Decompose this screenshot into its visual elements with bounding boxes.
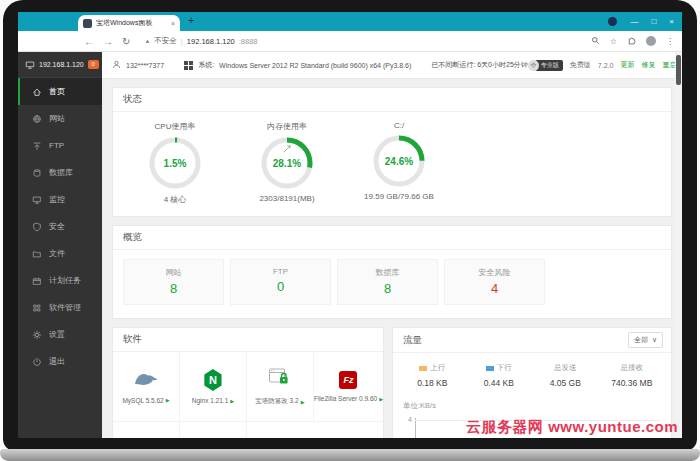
- server-ip: 192.168.1.120: [39, 61, 84, 68]
- sidebar-item-files[interactable]: 文件: [18, 240, 102, 267]
- profile-avatar[interactable]: [646, 36, 656, 46]
- sidebar-item-home[interactable]: 首页: [18, 78, 102, 105]
- header-link-0[interactable]: 更新: [620, 61, 634, 68]
- gauge-sub: 4 核心: [119, 194, 231, 205]
- sidebar-item-security[interactable]: 安全: [18, 213, 102, 240]
- sidebar-item-cron[interactable]: 计划任务: [18, 267, 102, 294]
- software-item-php1[interactable]: php: [113, 422, 180, 438]
- extensions-icon[interactable]: [627, 36, 636, 47]
- software-name: 宝塔防篡改 3.2▶: [255, 397, 304, 406]
- titlebar-profile-dot: [608, 17, 617, 26]
- tab-close-icon[interactable]: ×: [171, 20, 175, 27]
- software-item-php2[interactable]: php: [180, 422, 247, 438]
- gauge-percent: 24.6%: [372, 134, 426, 188]
- software-name: MySQL 5.5.62▶: [122, 397, 169, 404]
- calendar-icon: [32, 276, 42, 286]
- url-host: 192.168.1.120: [187, 37, 235, 46]
- sidebar-item-label: 软件管理: [49, 302, 81, 313]
- shield-icon: [32, 222, 42, 232]
- stat-value: 8: [338, 281, 437, 296]
- scrollbar[interactable]: [675, 52, 682, 438]
- folder-icon: [32, 249, 42, 259]
- software-name: Nginx 1.21.1▶: [192, 397, 234, 404]
- overview-stat-ftp[interactable]: FTP 0: [230, 259, 331, 305]
- legend-swatch-icon: [419, 366, 427, 371]
- sidebar-item-monitor[interactable]: 监控: [18, 186, 102, 213]
- traffic-filter-dropdown[interactable]: 全部 ∨: [628, 332, 663, 348]
- traffic-panel: 流量 全部 ∨ 上行 0.18 KB 下行 0.44 KB 总发送 4.0: [392, 327, 672, 438]
- sidebar-item-label: 监控: [49, 194, 65, 205]
- sidebar-item-label: 计划任务: [49, 275, 81, 286]
- sidebar-item-label: 数据库: [49, 167, 73, 178]
- sidebar-item-label: 文件: [49, 248, 65, 259]
- header-link-1[interactable]: 修复: [641, 61, 655, 68]
- overview-stat-risk[interactable]: 安全风险 4: [444, 259, 545, 305]
- server-monitor-icon: [25, 56, 35, 74]
- tamperproof-icon: [268, 367, 291, 391]
- windows-logo-icon: [184, 61, 193, 70]
- system-label: 系统:: [198, 60, 214, 70]
- sidebar-item-site[interactable]: 网站: [18, 105, 102, 132]
- new-tab-button[interactable]: +: [188, 14, 194, 26]
- sidebar-server[interactable]: 192.168.1.120 0: [18, 52, 102, 78]
- sidebar-item-logout[interactable]: 退出: [18, 348, 102, 375]
- traffic-stat-value: 0.18 KB: [399, 378, 466, 388]
- home-icon: [32, 87, 42, 97]
- browser-tab[interactable]: 宝塔Windows面板 ×: [78, 15, 180, 31]
- globe-icon: [32, 114, 42, 124]
- sidebar-item-database[interactable]: 数据库: [18, 159, 102, 186]
- overview-stat-sites[interactable]: 网站 8: [123, 259, 224, 305]
- software-name: FileZilla Server 0.9.60▶: [314, 395, 383, 402]
- power-icon: [32, 357, 42, 367]
- software-panel: 软件 MySQL 5.5.62▶ N Nginx 1.21.1▶ 宝塔防篡改 3…: [112, 327, 384, 438]
- sidebar-item-label: 安全: [49, 221, 65, 232]
- sidebar-item-ftp[interactable]: FTP: [18, 132, 102, 159]
- forward-button[interactable]: →: [103, 36, 113, 47]
- mysql-icon: [133, 370, 159, 391]
- gauge-sub: 2303/8191(MB): [231, 194, 343, 203]
- status-panel-title: 状态: [113, 88, 671, 112]
- traffic-panel-title: 流量: [403, 334, 422, 347]
- search-icon[interactable]: [591, 36, 600, 47]
- pro-version-badge[interactable]: 专业版: [528, 60, 563, 71]
- legend-swatch-icon: [486, 366, 494, 371]
- sidebar-item-soft[interactable]: 软件管理: [18, 294, 102, 321]
- software-item-nginx[interactable]: N Nginx 1.21.1▶: [180, 352, 247, 422]
- gauge-label: C:/: [343, 121, 455, 130]
- stat-value: 8: [124, 281, 223, 296]
- stat-value: 4: [445, 281, 544, 296]
- gauge-label: CPU使用率: [119, 121, 231, 132]
- gear-icon: [32, 330, 42, 340]
- back-button[interactable]: ←: [84, 36, 94, 47]
- scrollbar-thumb[interactable]: [676, 55, 681, 85]
- software-item-filezilla[interactable]: Fz FileZilla Server 0.9.60▶: [314, 352, 383, 422]
- traffic-stat-label: 上行: [399, 363, 466, 373]
- edition-label: 免费版: [570, 60, 591, 70]
- running-indicator-icon: ▶: [301, 399, 305, 405]
- not-secure-label: 不安全: [154, 36, 177, 46]
- stat-label: 安全风险: [445, 267, 544, 278]
- message-count-badge[interactable]: 0: [88, 60, 99, 69]
- overview-stat-database[interactable]: 数据库 8: [337, 259, 438, 305]
- main-area: 132****7377 系统: Windows Server 2012 R2 S…: [102, 52, 682, 438]
- gauge-percent: 1.5%: [148, 136, 202, 190]
- user-icon: [112, 60, 121, 70]
- software-item-mysql[interactable]: MySQL 5.5.62▶: [113, 352, 180, 422]
- window-close-button[interactable]: ×: [669, 17, 674, 26]
- menu-dots-icon[interactable]: ⋮: [666, 37, 674, 46]
- sidebar-item-label: 首页: [49, 86, 65, 97]
- sidebar-item-settings[interactable]: 设置: [18, 321, 102, 348]
- window-minimize-button[interactable]: —: [630, 17, 638, 26]
- address-bar[interactable]: ▲ 不安全 | 192.168.1.120 :8888: [144, 36, 257, 46]
- traffic-stat-label: 总发送: [532, 363, 599, 373]
- software-item-tamper[interactable]: 宝塔防篡改 3.2▶: [247, 352, 314, 422]
- bookmark-star-icon[interactable]: ☆: [610, 37, 617, 46]
- window-maximize-button[interactable]: □: [651, 17, 656, 26]
- traffic-stat-label: 总接收: [599, 363, 666, 373]
- database-icon: [32, 168, 42, 178]
- tab-favicon-icon: [83, 19, 92, 28]
- traffic-stat-value: 4.05 GB: [532, 378, 599, 388]
- reload-button[interactable]: ↻: [122, 36, 130, 47]
- sidebar-item-label: 退出: [49, 356, 65, 367]
- user-id[interactable]: 132****7377: [126, 62, 164, 69]
